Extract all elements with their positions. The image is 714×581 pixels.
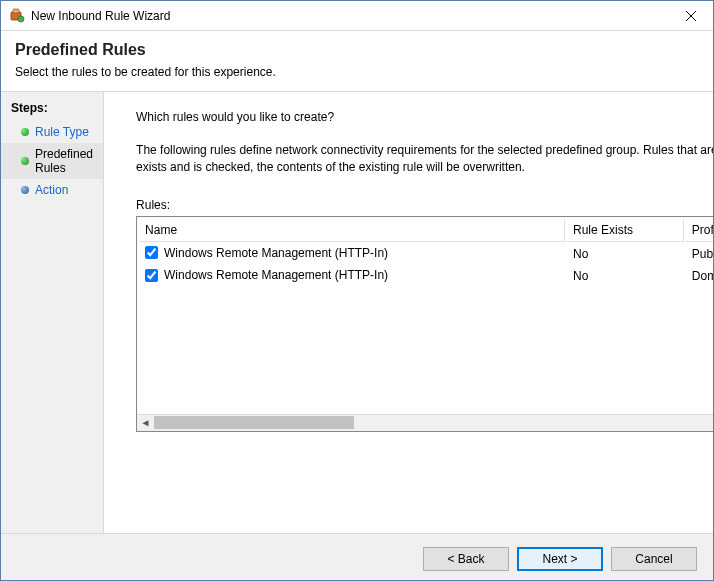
- horizontal-scrollbar[interactable]: ◄ ►: [137, 414, 714, 431]
- step-action[interactable]: Action: [1, 179, 103, 201]
- svg-rect-1: [13, 9, 19, 13]
- rules-scroll-area: Name Rule Exists Profile Descriptio Wind…: [137, 217, 714, 414]
- rule-checkbox[interactable]: [145, 269, 158, 282]
- col-profile[interactable]: Profile: [686, 219, 714, 242]
- scroll-left-icon[interactable]: ◄: [137, 414, 154, 431]
- close-button[interactable]: [668, 1, 713, 30]
- table-row[interactable]: Windows Remote Management (HTTP-In) No D…: [139, 266, 714, 287]
- step-label: Predefined Rules: [35, 147, 93, 175]
- page-title: Predefined Rules: [15, 41, 699, 59]
- table-header-row: Name Rule Exists Profile Descriptio: [139, 219, 714, 242]
- steps-title: Steps:: [1, 98, 103, 121]
- app-icon: [9, 8, 25, 24]
- wizard-footer: < Back Next > Cancel: [1, 533, 713, 581]
- rule-check-item[interactable]: Windows Remote Management (HTTP-In): [145, 268, 388, 282]
- window-title: New Inbound Rule Wizard: [31, 9, 668, 23]
- back-button[interactable]: < Back: [423, 547, 509, 571]
- scroll-thumb[interactable]: [154, 416, 354, 429]
- titlebar: New Inbound Rule Wizard: [1, 1, 713, 31]
- rules-listbox: Name Rule Exists Profile Descriptio Wind…: [136, 216, 714, 432]
- rule-name: Windows Remote Management (HTTP-In): [164, 246, 388, 260]
- step-predefined-rules[interactable]: Predefined Rules: [1, 143, 103, 179]
- col-name[interactable]: Name: [139, 219, 565, 242]
- bullet-icon: [21, 128, 29, 136]
- step-label: Action: [35, 183, 68, 197]
- close-icon: [686, 11, 696, 21]
- next-button[interactable]: Next >: [517, 547, 603, 571]
- prompt-text: Which rules would you like to create?: [136, 110, 714, 124]
- bullet-icon: [21, 186, 29, 194]
- rule-exists: No: [567, 266, 684, 287]
- wizard-main: Which rules would you like to create? Th…: [104, 92, 714, 533]
- rule-name: Windows Remote Management (HTTP-In): [164, 268, 388, 282]
- rule-exists: No: [567, 244, 684, 265]
- rule-checkbox[interactable]: [145, 246, 158, 259]
- rule-profile: Domain, Priv...: [686, 266, 714, 287]
- rules-label: Rules:: [136, 198, 714, 212]
- col-rule-exists[interactable]: Rule Exists: [567, 219, 684, 242]
- scroll-track[interactable]: [154, 414, 714, 431]
- rule-profile: Public: [686, 244, 714, 265]
- table-row[interactable]: Windows Remote Management (HTTP-In) No P…: [139, 244, 714, 265]
- cancel-button[interactable]: Cancel: [611, 547, 697, 571]
- svg-point-2: [18, 16, 24, 22]
- bullet-icon: [21, 157, 29, 165]
- description-text: The following rules define network conne…: [136, 142, 714, 176]
- rules-table: Name Rule Exists Profile Descriptio Wind…: [137, 217, 714, 289]
- steps-sidebar: Steps: Rule Type Predefined Rules Action: [1, 92, 104, 533]
- wizard-header: Predefined Rules Select the rules to be …: [1, 31, 713, 92]
- step-rule-type[interactable]: Rule Type: [1, 121, 103, 143]
- rule-check-item[interactable]: Windows Remote Management (HTTP-In): [145, 246, 388, 260]
- page-subtitle: Select the rules to be created for this …: [15, 65, 699, 79]
- step-label: Rule Type: [35, 125, 89, 139]
